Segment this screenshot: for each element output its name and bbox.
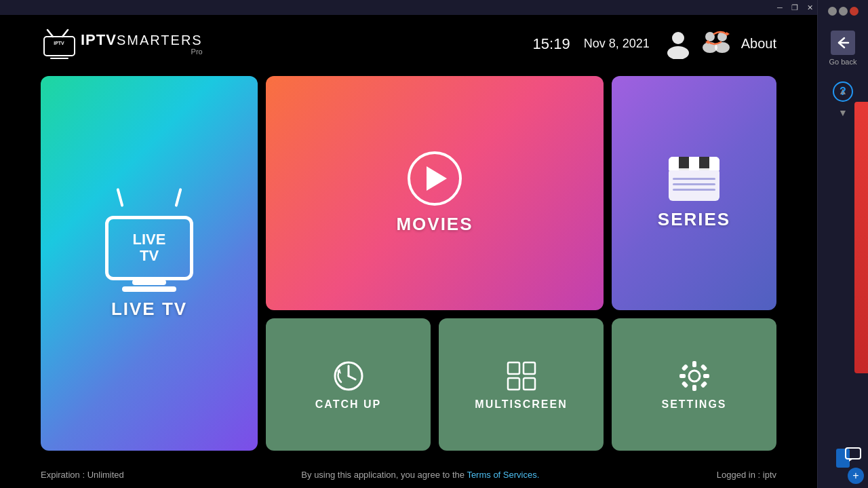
svg-rect-23: [692, 361, 696, 367]
settings-icon-wrapper: [677, 359, 711, 393]
back-arrow-icon: [836, 37, 850, 49]
header-time: 15:19: [533, 35, 570, 53]
tos-link[interactable]: Terms of Services.: [467, 470, 539, 480]
logo-icon: IPTV: [41, 29, 78, 59]
svg-line-16: [349, 376, 355, 379]
close-button[interactable]: ✕: [802, 0, 817, 15]
user-icon[interactable]: [663, 29, 694, 59]
svg-line-0: [47, 30, 53, 37]
movies-card[interactable]: MOVIES: [266, 76, 604, 310]
tv-label-live: LIVE: [133, 231, 166, 248]
expiration-text: Expiration : Unlimited: [41, 470, 124, 480]
svg-rect-27: [681, 364, 688, 371]
clapper-line-2: [673, 183, 715, 185]
svg-rect-25: [679, 374, 686, 378]
win-close-btn[interactable]: [850, 7, 859, 16]
user-svg: [663, 29, 694, 59]
antenna-right: [174, 188, 182, 207]
titlebar: ─ ❐ ✕: [0, 0, 817, 15]
win-btn-1[interactable]: [828, 7, 837, 16]
go-back-label: Go back: [829, 58, 857, 66]
svg-rect-26: [703, 374, 709, 378]
svg-rect-30: [700, 381, 707, 388]
svg-line-1: [62, 30, 68, 37]
svg-text:IPTV: IPTV: [54, 41, 64, 45]
scroll-down-button[interactable]: ▼: [835, 105, 850, 121]
restore-button[interactable]: ❐: [787, 0, 802, 15]
svg-rect-2: [44, 37, 75, 56]
multiscreen-icon: [505, 359, 538, 393]
svg-rect-24: [692, 385, 696, 391]
svg-rect-18: [508, 362, 519, 374]
footer: Expiration : Unlimited By using this app…: [41, 464, 776, 488]
header-date: Nov 8, 2021: [584, 37, 650, 51]
settings-icon: [677, 359, 711, 393]
tos-text: By using this application, you agree to …: [301, 470, 539, 480]
tv-stand: [132, 280, 166, 285]
plus-button[interactable]: +: [848, 468, 864, 484]
go-back-button[interactable]: Go back: [824, 22, 863, 74]
header-icons: About: [663, 29, 776, 59]
header: IPTV IPTV SMARTERS Pro 15:19 Nov 8, 2021: [41, 15, 776, 69]
about-button[interactable]: About: [741, 36, 776, 52]
play-triangle: [427, 166, 447, 191]
logged-in-text: Logged in : iptv: [717, 470, 776, 480]
chat-svg: [845, 447, 861, 462]
multiscreen-card[interactable]: MULTISCREEN: [439, 318, 604, 451]
svg-rect-20: [508, 378, 519, 390]
antenna-left: [116, 188, 123, 207]
red-decoration: [854, 102, 868, 373]
svg-point-7: [667, 46, 689, 59]
tv-stand-base: [122, 286, 176, 292]
catchup-icon: [332, 359, 366, 393]
settings-card[interactable]: SETTINGS: [612, 318, 776, 451]
main-content: IPTV IPTV SMARTERS Pro 15:19 Nov 8, 2021: [0, 15, 817, 488]
catchup-icon-wrapper: [332, 359, 366, 393]
clapper-lines: [669, 174, 719, 195]
play-icon: [408, 151, 462, 206]
series-card[interactable]: SERIES: [612, 76, 776, 310]
logo-pro: Pro: [81, 48, 203, 56]
chat-icon[interactable]: [844, 445, 863, 464]
logo-iptv: IPTV: [81, 33, 117, 48]
sidebar-panel: Go back ▲ ▼ ? +: [817, 0, 868, 488]
clapper-body: [669, 168, 719, 201]
card-grid: LIVE TV LIVE TV MOVIES: [41, 69, 776, 464]
svg-marker-12: [726, 32, 730, 36]
svg-rect-28: [700, 364, 707, 371]
tv-text: LIVE TV: [133, 231, 166, 264]
series-label: SERIES: [658, 209, 730, 230]
movies-label: MOVIES: [396, 214, 473, 235]
livetv-card[interactable]: LIVE TV LIVE TV: [41, 76, 258, 451]
svg-point-8: [705, 32, 715, 41]
tos-prefix: By using this application, you agree to …: [301, 470, 467, 480]
switch-users-icon[interactable]: [701, 29, 734, 59]
settings-label: SETTINGS: [661, 398, 726, 411]
minimize-button[interactable]: ─: [772, 0, 787, 15]
svg-point-22: [689, 371, 700, 381]
svg-rect-32: [846, 448, 861, 459]
svg-rect-29: [681, 381, 688, 388]
clapper-line-1: [673, 178, 715, 180]
svg-rect-21: [524, 378, 535, 390]
logo: IPTV IPTV SMARTERS Pro: [41, 29, 203, 59]
logo-smarters: SMARTERS: [117, 33, 203, 47]
back-icon: [831, 31, 855, 55]
tv-body: LIVE TV: [105, 216, 193, 280]
switch-users-svg: [701, 29, 734, 59]
logo-text: IPTV SMARTERS Pro: [81, 33, 203, 56]
tv-label-tv: TV: [133, 248, 166, 264]
clapper-line-3: [673, 189, 715, 191]
win-btn-2[interactable]: [839, 7, 848, 16]
livetv-label: LIVE TV: [111, 299, 187, 320]
multiscreen-label: MULTISCREEN: [475, 398, 567, 411]
clapperboard-icon: [669, 157, 719, 201]
livetv-icon: LIVE TV: [105, 207, 193, 288]
help-button[interactable]: ?: [833, 81, 853, 102]
svg-point-6: [672, 32, 684, 44]
multiscreen-icon-wrapper: [505, 359, 538, 393]
header-right: 15:19 Nov 8, 2021: [533, 29, 776, 59]
svg-marker-33: [849, 459, 853, 462]
catchup-card[interactable]: CATCH UP: [266, 318, 431, 451]
catchup-label: CATCH UP: [315, 398, 381, 411]
